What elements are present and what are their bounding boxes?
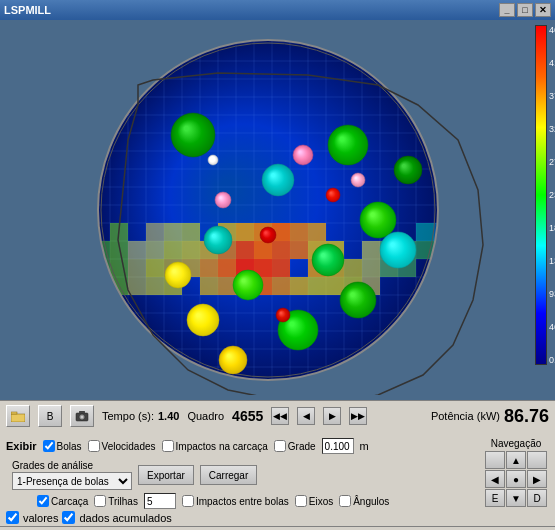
- grade-label: Grade: [288, 441, 316, 452]
- scale-label-5: 2328.0: [549, 190, 555, 200]
- grades-select[interactable]: 1-Presença de bolas: [12, 472, 132, 490]
- nav-empty-tr: [527, 451, 547, 469]
- scale-label-9: 465.6: [549, 322, 555, 332]
- trilhas-label: Trilhas: [108, 496, 138, 507]
- tempo-value: 1.40: [158, 410, 179, 422]
- b-label: B: [47, 411, 54, 422]
- values-row: valores dados acumulados: [6, 511, 549, 524]
- canvas-container: [38, 25, 518, 395]
- svg-rect-0: [11, 414, 25, 422]
- quadro-label: Quadro: [187, 410, 224, 422]
- potencia-label: Potência (kW): [431, 410, 500, 422]
- scale-label-0: 4650.0: [549, 25, 555, 35]
- impactos-carcaca-checkbox[interactable]: [162, 440, 174, 452]
- nav-grid: ▲ ◀ ● ▶ E ▼ D: [485, 451, 547, 507]
- nav-right-button[interactable]: ▶: [527, 470, 547, 488]
- scale-label-8: 931.2: [549, 289, 555, 299]
- eixos-checkbox-item: Eixos: [295, 495, 333, 507]
- status-bar: Pronto.: [0, 526, 555, 530]
- title-bar: LSPMILL _ □ ✕: [0, 0, 555, 20]
- bolas-checkbox-item: Bolas: [43, 440, 82, 452]
- scale-label-4: 2793.6: [549, 157, 555, 167]
- b-button[interactable]: B: [38, 405, 62, 427]
- impactos-bolas-label: Impactos entre bolas: [196, 496, 289, 507]
- nav-left-button[interactable]: ◀: [485, 470, 505, 488]
- visualization-area: 4650.0 4190.4 3724.8 3259.2 2793.6 2328.…: [0, 20, 555, 400]
- trilhas-input[interactable]: [144, 493, 176, 509]
- dados-acumulados-label: dados acumulados: [79, 512, 171, 524]
- exibir-row: Exibir Bolas Velocidades Impactos na car…: [6, 438, 549, 490]
- exibir-label: Exibir: [6, 440, 37, 452]
- trilhas-checkbox-item: Trilhas: [94, 495, 138, 507]
- app-container: 4650.0 4190.4 3724.8 3259.2 2793.6 2328.…: [0, 20, 555, 530]
- main-visualization: [38, 25, 518, 395]
- nav-prev-button[interactable]: ◀: [297, 407, 315, 425]
- svg-rect-5: [79, 411, 85, 413]
- carcaca-checkbox[interactable]: [37, 495, 49, 507]
- nav-section: Navegação ▲ ◀ ● ▶ E ▼ D: [485, 438, 547, 507]
- grade-input[interactable]: [322, 438, 354, 454]
- velocidades-checkbox[interactable]: [88, 440, 100, 452]
- carregar-button[interactable]: Carregar: [200, 465, 257, 485]
- camera-button[interactable]: [70, 405, 94, 427]
- eixos-label: Eixos: [309, 496, 333, 507]
- nav-e-button[interactable]: E: [485, 489, 505, 507]
- bolas-checkbox[interactable]: [43, 440, 55, 452]
- impactos-carcaca-label: Impactos na carcaça: [176, 441, 268, 452]
- exportar-button[interactable]: Exportar: [138, 465, 194, 485]
- window-controls: _ □ ✕: [499, 3, 551, 17]
- impactos-carcaca-checkbox-item: Impactos na carcaça: [162, 440, 268, 452]
- angulos-label: Ângulos: [353, 496, 389, 507]
- grade-checkbox[interactable]: [274, 440, 286, 452]
- angulos-checkbox-item: Ângulos: [339, 495, 389, 507]
- tempo-label: Tempo (s):: [102, 410, 154, 422]
- nav-section-label: Navegação: [491, 438, 542, 449]
- close-button[interactable]: ✕: [535, 3, 551, 17]
- nav-next-button[interactable]: ▶: [323, 407, 341, 425]
- velocidades-label: Velocidades: [102, 441, 156, 452]
- grades-section: Grades de análise 1-Presença de bolas: [12, 460, 132, 490]
- maximize-button[interactable]: □: [517, 3, 533, 17]
- nav-first-button[interactable]: ◀◀: [271, 407, 289, 425]
- impactos-bolas-checkbox-item: Impactos entre bolas: [182, 495, 289, 507]
- nav-empty-tl: [485, 451, 505, 469]
- scale-label-1: 4190.4: [549, 58, 555, 68]
- carcaca-label: Carcaça: [51, 496, 88, 507]
- scale-label-10: 0.0: [549, 355, 555, 365]
- valores-label: valores: [23, 512, 58, 524]
- scale-bar: [535, 25, 547, 365]
- grade-unit-label: m: [360, 440, 369, 452]
- potencia-value: 86.76: [504, 406, 549, 427]
- quadro-value: 4655: [232, 408, 263, 424]
- scale-label-2: 3724.8: [549, 91, 555, 101]
- exibir-row2: Exibir Carcaça Trilhas Impactos entre bo…: [6, 493, 549, 509]
- controls-row1: B Tempo (s): 1.40 Quadro 4655 ◀◀ ◀ ▶ ▶▶ …: [6, 405, 549, 427]
- carcaca-checkbox-item: Carcaça: [37, 495, 88, 507]
- potencia-section: Potência (kW) 86.76: [431, 406, 549, 427]
- grades-label: Grades de análise: [12, 460, 132, 471]
- angulos-checkbox[interactable]: [339, 495, 351, 507]
- svg-point-4: [81, 416, 84, 419]
- eixos-checkbox[interactable]: [295, 495, 307, 507]
- open-button[interactable]: [6, 405, 30, 427]
- valores-checkbox[interactable]: [6, 511, 19, 524]
- minimize-button[interactable]: _: [499, 3, 515, 17]
- nav-up-button[interactable]: ▲: [506, 451, 526, 469]
- controls-area: B Tempo (s): 1.40 Quadro 4655 ◀◀ ◀ ▶ ▶▶ …: [0, 400, 555, 435]
- scale-label-6: 1862.4: [549, 223, 555, 233]
- scale-label-7: 1396.8: [549, 256, 555, 266]
- nav-center-button[interactable]: ●: [506, 470, 526, 488]
- nav-last-button[interactable]: ▶▶: [349, 407, 367, 425]
- svg-rect-1: [11, 412, 17, 414]
- bottom-controls: Navegação ▲ ◀ ● ▶ E ▼ D Exibir Bolas: [0, 435, 555, 526]
- grade-checkbox-item: Grade: [274, 440, 316, 452]
- bolas-label: Bolas: [57, 441, 82, 452]
- nav-d-button[interactable]: D: [527, 489, 547, 507]
- velocidades-checkbox-item: Velocidades: [88, 440, 156, 452]
- time-display: Tempo (s): 1.40: [102, 410, 179, 422]
- scale-label-3: 3259.2: [549, 124, 555, 134]
- nav-down-button[interactable]: ▼: [506, 489, 526, 507]
- dados-acumulados-checkbox[interactable]: [62, 511, 75, 524]
- impactos-bolas-checkbox[interactable]: [182, 495, 194, 507]
- trilhas-checkbox[interactable]: [94, 495, 106, 507]
